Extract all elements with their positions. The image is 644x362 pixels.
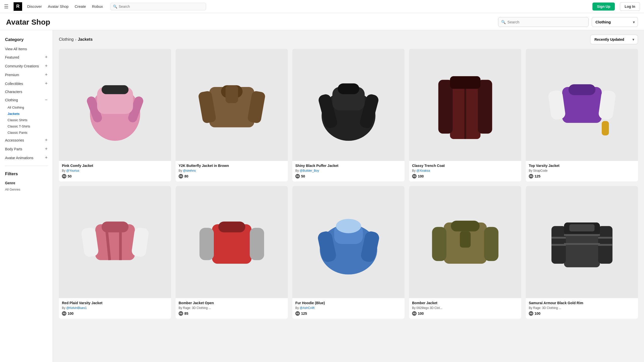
item-price-value: 50 (301, 174, 305, 178)
sidebar-item-body-parts[interactable]: Body Parts + (0, 145, 53, 153)
svg-rect-34 (218, 221, 245, 232)
item-author: By Rage: 3D Clothing ... (179, 306, 285, 310)
body-parts-expand-icon: + (45, 146, 48, 152)
sidebar-sub-jackets[interactable]: Jackets (0, 111, 53, 117)
svg-rect-53 (551, 244, 566, 246)
svg-rect-52 (551, 237, 566, 239)
item-thumbnail (292, 186, 405, 298)
item-author: By Rage: 3D Clothing ... (529, 306, 635, 310)
svg-rect-9 (225, 85, 238, 103)
item-name: Top Varsity Jacket (529, 163, 635, 168)
item-author: By @Xivaksa (412, 169, 518, 172)
sidebar-sub-all-clothing[interactable]: All Clothing (0, 104, 53, 111)
item-card[interactable]: Top Varsity Jacket By StrapCode R$ 125 (526, 49, 638, 182)
breadcrumb-separator: › (75, 37, 76, 41)
item-name: Red Plaid Varsity Jacket (62, 301, 168, 305)
sort-dropdown[interactable]: Recently Updated Relevance Price (Low to… (590, 35, 638, 44)
breadcrumb-clothing[interactable]: Clothing (59, 37, 74, 42)
sidebar-item-accessories[interactable]: Accessories + (0, 136, 53, 145)
item-author: By @Builder_Boy (295, 169, 401, 172)
item-name: Shiny Black Puffer Jacket (295, 163, 401, 168)
sidebar-sub-classic-pants[interactable]: Classic Pants (0, 129, 53, 136)
item-card[interactable]: Y2K Butterfly Jacket in Brown By @sirehn… (176, 49, 288, 182)
login-button[interactable]: Log In (620, 2, 640, 11)
breadcrumb-sort-row: Clothing › Jackets Recently Updated Rele… (59, 35, 638, 44)
top-navigation: ☰ R Discover Avatar Shop Create Robux 🔍 … (0, 0, 644, 13)
nav-robux[interactable]: Robux (92, 4, 103, 9)
item-price: R$ 50 (62, 174, 168, 178)
robux-icon: R$ (179, 174, 183, 178)
item-price-value: 125 (301, 311, 307, 315)
item-thumbnail (409, 186, 521, 298)
item-card[interactable]: Bomber Jacket By 0929lego 3D Clot... R$ … (409, 186, 521, 319)
robux-icon: R$ (62, 174, 66, 178)
breadcrumb-jackets: Jackets (78, 37, 93, 42)
item-card[interactable]: Fur Hoodie (Blue) By @AshCr4ft R$ 125 (292, 186, 405, 319)
sidebar-sub-classic-tshirts[interactable]: Classic T-Shirts (0, 123, 53, 129)
item-info: Pink Comfy Jacket By @Yourius R$ 50 (59, 161, 171, 182)
content-area: Clothing › Jackets Recently Updated Rele… (53, 30, 644, 362)
item-card[interactable]: Bomber Jacket Open By Rage: 3D Clothing … (176, 186, 288, 319)
item-name: Fur Hoodie (Blue) (295, 301, 401, 305)
item-author: By @KelvinBlues1 (62, 306, 168, 310)
svg-point-39 (336, 219, 361, 233)
item-card[interactable]: Pink Comfy Jacket By @Yourius R$ 50 (59, 49, 171, 182)
item-name: Bomber Jacket Open (179, 301, 285, 305)
sidebar-sub-classic-shirts[interactable]: Classic Shirts (0, 117, 53, 123)
signup-button[interactable]: Sign Up (592, 3, 615, 11)
sidebar-item-view-all[interactable]: View All Items (0, 45, 53, 53)
sidebar-item-featured[interactable]: Featured + (0, 53, 53, 62)
robux-icon: R$ (529, 174, 533, 178)
category-dropdown[interactable]: Clothing All Categories Accessories Body… (592, 17, 638, 27)
shop-search-input[interactable] (498, 17, 589, 27)
item-price: R$ 125 (529, 174, 635, 178)
svg-rect-51 (569, 224, 594, 232)
sidebar-item-community[interactable]: Community Creations + (0, 62, 53, 70)
sidebar-item-clothing[interactable]: Clothing − (0, 96, 53, 104)
featured-expand-icon: + (45, 55, 48, 60)
sidebar-item-avatar-animations[interactable]: Avatar Animations + (0, 153, 53, 162)
item-price: R$ 100 (412, 311, 518, 316)
sidebar-item-collectibles[interactable]: Collectibles + (0, 79, 53, 88)
clothing-collapse-icon: − (45, 97, 48, 103)
item-price: R$ 80 (179, 174, 285, 178)
nav-discover[interactable]: Discover (27, 4, 42, 9)
item-name: Bomber Jacket (412, 301, 518, 305)
topnav-search-input[interactable] (110, 3, 206, 10)
nav-create[interactable]: Create (75, 4, 86, 9)
item-price: R$ 125 (295, 311, 401, 316)
collectibles-expand-icon: + (45, 81, 48, 86)
item-author: By StrapCode (529, 169, 635, 172)
hamburger-menu-icon[interactable]: ☰ (4, 4, 9, 10)
robux-icon: R$ (412, 311, 417, 316)
category-section-title: Category (0, 35, 53, 44)
community-expand-icon: + (45, 63, 48, 69)
item-card[interactable]: Red Plaid Varsity Jacket By @KelvinBlues… (59, 186, 171, 319)
sidebar-item-premium[interactable]: Premium + (0, 70, 53, 79)
svg-rect-17 (478, 80, 492, 133)
item-thumbnail (59, 49, 171, 161)
topnav-search-container: 🔍 (110, 3, 206, 10)
item-card[interactable]: Samurai Armour Black Gold Rim By Rage: 3… (526, 186, 638, 319)
item-author: By @AshCr4ft (295, 306, 401, 310)
item-card[interactable]: Shiny Black Puffer Jacket By @Builder_Bo… (292, 49, 405, 182)
sidebar-item-characters[interactable]: Characters (0, 88, 53, 96)
item-price: R$ 50 (295, 174, 401, 178)
nav-avatar-shop[interactable]: Avatar Shop (48, 4, 68, 9)
item-thumbnail (176, 49, 288, 161)
item-price-value: 50 (68, 174, 72, 178)
item-thumbnail (59, 186, 171, 298)
item-thumbnail (526, 49, 638, 161)
item-card[interactable]: Classy Trench Coat By @Xivaksa R$ 100 (409, 49, 521, 182)
item-price: R$ 100 (62, 311, 168, 316)
item-info: Red Plaid Varsity Jacket By @KelvinBlues… (59, 298, 171, 319)
genre-value[interactable]: All Genres (0, 187, 53, 192)
robux-icon: R$ (529, 311, 533, 316)
avatar-animations-expand-icon: + (45, 155, 48, 160)
main-content: Category View All Items Featured + Commu… (0, 30, 644, 362)
item-name: Pink Comfy Jacket (62, 163, 168, 168)
item-price-value: 100 (535, 311, 540, 315)
accessories-expand-icon: + (45, 138, 48, 143)
robux-icon: R$ (179, 311, 183, 316)
item-price-value: 100 (418, 311, 424, 315)
